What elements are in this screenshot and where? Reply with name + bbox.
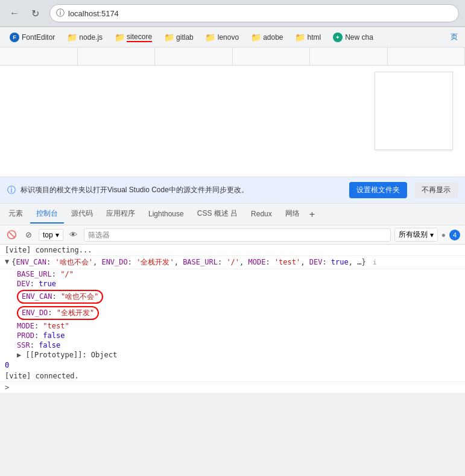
page-tab-4 <box>233 48 311 65</box>
address-bar[interactable]: ⓘ localhost:5174 <box>49 4 459 22</box>
bookmark-nodejs[interactable]: 📁 node.js <box>62 30 107 45</box>
browser-chrome: ← ↻ ⓘ localhost:5174 <box>0 0 465 27</box>
bookmark-sitecore[interactable]: 📁 sitecore <box>110 30 157 45</box>
page-tab-2 <box>78 48 156 65</box>
console-settings-button[interactable]: ⊘ <box>22 228 35 242</box>
console-toolbar: 🚫 ⊘ top ▾ 👁 所有级别 ▾ ● 4 <box>0 225 465 245</box>
page-tab-6 <box>388 48 466 65</box>
prop-val: false <box>39 341 60 349</box>
eye-button[interactable]: 👁 <box>67 228 80 242</box>
page-content <box>0 48 465 177</box>
tree-line-highlighted: ENV_DO: "全栈开发" <box>12 305 465 321</box>
message-count-badge: 4 <box>449 230 460 240</box>
chatgpt-icon: ✦ <box>333 33 343 42</box>
bookmark-html[interactable]: 📁 html <box>291 30 326 45</box>
level-dropdown-icon: ▾ <box>430 231 434 239</box>
console-text: [vite] connected. <box>5 372 79 380</box>
object-preview: {ENV_CAN: '啥也不会', ENV_DO: '全栈开发', BASE_U… <box>11 257 376 268</box>
prompt-caret: > <box>5 383 9 392</box>
prop-key: [[Prototype]] <box>25 351 82 359</box>
info-circle-icon: ⓘ <box>7 185 16 196</box>
tab-elements[interactable]: 元素 <box>2 205 29 224</box>
prop-val: "全栈开发" <box>57 308 94 317</box>
tab-network[interactable]: 网络 <box>279 205 306 224</box>
expand-arrow[interactable]: ▼ <box>5 257 9 266</box>
bookmark-label: sitecore <box>127 33 152 42</box>
tree-line: DEV: true <box>12 279 465 289</box>
fonteditor-icon: F <box>10 33 19 42</box>
bookmark-newchat[interactable]: ✦ New cha <box>328 30 378 45</box>
bookmark-label: node.js <box>79 33 103 42</box>
folder-icon: 📁 <box>164 33 174 42</box>
prop-key: ENV_DO <box>22 308 48 317</box>
folder-icon: 📁 <box>115 33 124 42</box>
console-tree: BASE_URL: "/" DEV: true ENV_CAN: "啥也不会" … <box>0 269 465 360</box>
tab-lighthouse[interactable]: Lighthouse <box>142 206 190 223</box>
filter-input[interactable] <box>84 228 391 242</box>
dot-separator: ● <box>441 231 446 239</box>
prop-key: ENV_CAN <box>22 292 52 301</box>
folder-icon: 📁 <box>67 33 77 42</box>
bookmark-gitlab[interactable]: 📁 gitlab <box>159 30 198 45</box>
prop-val: false <box>43 331 65 340</box>
bookmark-adobe[interactable]: 📁 adobe <box>246 30 288 45</box>
tab-css[interactable]: CSS 概述 吕 <box>191 205 244 224</box>
devtools-tabs: 元素 控制台 源代码 应用程序 Lighthouse CSS 概述 吕 Redu… <box>0 204 465 225</box>
bookmarks-more[interactable]: 页 <box>448 30 460 45</box>
prop-val: "test" <box>43 322 69 330</box>
prop-key: SSR <box>17 341 30 349</box>
refresh-button[interactable]: ↻ <box>27 5 43 22</box>
tab-sources[interactable]: 源代码 <box>65 205 99 224</box>
prop-val: "/" <box>60 270 74 278</box>
bookmark-fonteditor[interactable]: F FontEditor <box>5 30 60 45</box>
tree-line-proto[interactable]: ▶ [[Prototype]]: Object <box>12 350 465 360</box>
tab-console[interactable]: 控制台 <box>30 205 64 224</box>
red-circle-highlight: ENV_DO: "全栈开发" <box>17 306 99 320</box>
nav-buttons: ← ↻ <box>6 5 43 22</box>
context-selector[interactable]: top ▾ <box>39 229 63 241</box>
prop-key: PROD <box>17 331 34 340</box>
console-line-object: ▼ {ENV_CAN: '啥也不会', ENV_DO: '全栈开发', BASE… <box>0 256 465 269</box>
context-dropdown-icon: ▾ <box>55 231 59 239</box>
address-text: localhost:5174 <box>68 9 119 18</box>
prop-key: BASE_URL <box>17 270 52 278</box>
level-selector[interactable]: 所有级别 ▾ <box>394 228 438 242</box>
prop-val: Object <box>91 351 117 359</box>
console-line: [vite] connecting... <box>0 245 465 256</box>
console-prompt[interactable]: > <box>0 382 465 393</box>
tree-line: MODE: "test" <box>12 321 465 331</box>
hide-button[interactable]: 不再显示 <box>414 182 458 198</box>
prop-val: "啥也不会" <box>61 292 98 301</box>
tab-application[interactable]: 应用程序 <box>100 205 141 224</box>
prop-key: MODE <box>17 322 34 330</box>
set-root-button[interactable]: 设置根文件夹 <box>349 182 407 198</box>
tab-redux[interactable]: Redux <box>245 206 278 223</box>
bookmark-lenovo[interactable]: 📁 lenovo <box>201 30 244 45</box>
console-output[interactable]: [vite] connecting... ▼ {ENV_CAN: '啥也不会',… <box>0 245 465 393</box>
bookmark-label: html <box>308 33 321 42</box>
folder-icon: 📁 <box>251 33 261 42</box>
console-text: [vite] connecting... <box>5 246 92 254</box>
page-tab-5 <box>310 48 388 65</box>
tree-line-highlighted: ENV_CAN: "啥也不会" <box>12 289 465 305</box>
red-circle-highlight: ENV_CAN: "啥也不会" <box>17 290 103 304</box>
page-tab-3 <box>155 48 233 65</box>
bookmark-label: adobe <box>263 33 283 42</box>
page-tab-1 <box>0 48 78 65</box>
console-zero: 0 <box>0 360 465 371</box>
page-tabs <box>0 48 465 66</box>
back-button[interactable]: ← <box>6 5 23 22</box>
level-label: 所有级别 <box>399 230 428 240</box>
add-panel-button[interactable]: + <box>309 209 315 220</box>
devtools: 元素 控制台 源代码 应用程序 Lighthouse CSS 概述 吕 Redu… <box>0 204 465 393</box>
bookmarks-bar: F FontEditor 📁 node.js 📁 sitecore 📁 gitl… <box>0 27 465 48</box>
banner-text: 标识项目的根文件夹以打开Visual Studio Code中的源文件并同步更改… <box>21 185 344 195</box>
info-icon: ⓘ <box>56 8 65 19</box>
clear-console-button[interactable]: 🚫 <box>5 228 18 242</box>
bookmark-label: gitlab <box>176 33 194 42</box>
folder-icon: 📁 <box>206 33 215 42</box>
tree-line: PROD: false <box>12 331 465 340</box>
console-line-connected: [vite] connected. <box>0 371 465 382</box>
expand-arrow-proto[interactable]: ▶ <box>17 351 21 359</box>
context-label: top <box>43 231 53 239</box>
